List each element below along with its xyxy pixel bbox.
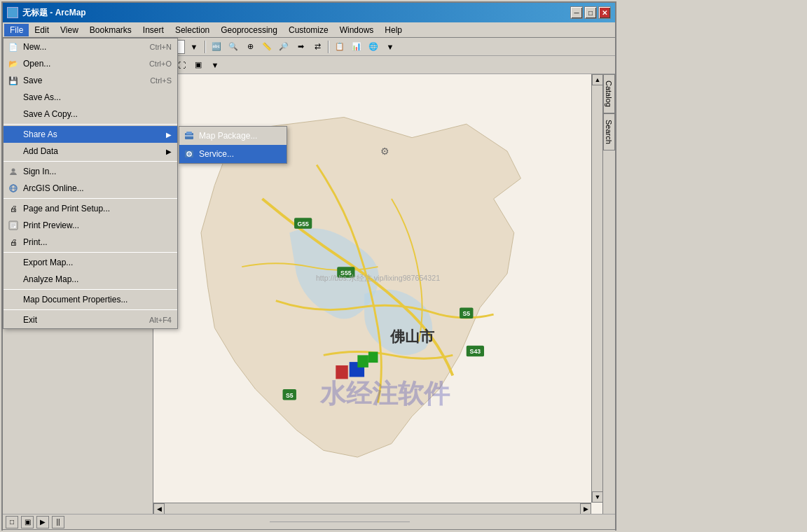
menu-item-save-as[interactable]: Save As...: [4, 89, 177, 106]
bottom-btn-play[interactable]: ▶: [36, 516, 49, 528]
menu-help[interactable]: Help: [379, 24, 408, 36]
menu-item-save-copy[interactable]: Save A Copy...: [4, 106, 177, 122]
toolbar-measure-btn[interactable]: 📏: [259, 39, 275, 55]
new-doc-icon: 📄: [8, 41, 19, 52]
minimize-button[interactable]: ─: [570, 6, 583, 19]
menu-bookmarks[interactable]: Bookmarks: [84, 24, 137, 36]
svg-text:S5: S5: [286, 392, 294, 399]
map-scrollbar-h[interactable]: ◀ ▶: [153, 503, 591, 514]
arcmap-window: 无标题 - ArcMap ─ □ ✕ File Edit View Bookma…: [1, 1, 616, 531]
menu-item-save[interactable]: 💾 Save Ctrl+S: [4, 72, 177, 89]
menu-item-open-label: Open...: [23, 59, 50, 69]
file-menu-dropdown: 📄 New... Ctrl+N 📂 Open... Ctrl+O 💾 Save …: [3, 38, 178, 329]
map-package-icon: [184, 130, 195, 141]
menu-item-share-as-label: Share As: [23, 130, 57, 139]
toolbar2-more-btn[interactable]: ▼: [207, 57, 223, 73]
svg-text:佛山市: 佛山市: [389, 328, 435, 345]
toolbar-identify-btn[interactable]: 🔤: [209, 39, 224, 55]
menu-item-export-map[interactable]: Export Map...: [4, 254, 177, 271]
menu-item-exit[interactable]: Exit Alt+F4: [4, 312, 177, 328]
separator-4: [4, 252, 177, 253]
print-icon: 🖨: [8, 237, 19, 248]
menu-selection[interactable]: Selection: [170, 24, 215, 36]
new-shortcut: Ctrl+N: [150, 43, 172, 51]
menu-file[interactable]: File: [4, 24, 29, 36]
coord-dropdown-btn[interactable]: ▼: [186, 39, 202, 55]
toolbar-more-btn[interactable]: ▼: [382, 39, 398, 55]
menu-item-open[interactable]: 📂 Open... Ctrl+O: [4, 55, 177, 72]
share-as-submenu: Map Package... Service...: [179, 126, 287, 164]
svg-text:⚙: ⚙: [380, 146, 389, 157]
scroll-down-btn[interactable]: ▼: [592, 491, 602, 503]
menu-edit[interactable]: Edit: [29, 24, 55, 36]
status-bar: 12525799.976 2694162.429 Meters: [3, 529, 615, 532]
share-as-arrow: ▶: [166, 131, 172, 139]
exit-shortcut: Alt+F4: [149, 316, 172, 324]
submenu-service[interactable]: Service...: [179, 145, 287, 163]
toolbar-search-btn[interactable]: 🔎: [276, 39, 291, 55]
bottom-btn-check[interactable]: ▣: [21, 516, 34, 528]
menu-item-analyze-map[interactable]: Analyze Map...: [4, 271, 177, 288]
menu-item-add-data-label: Add Data: [23, 146, 58, 156]
save-icon: 💾: [8, 75, 19, 86]
svg-rect-14: [368, 352, 378, 363]
menu-geoprocessing[interactable]: Geoprocessing: [215, 24, 283, 36]
title-bar-left: 无标题 - ArcMap: [7, 7, 86, 19]
arcgis-online-icon: [8, 183, 19, 194]
toolbar-sep-4: [328, 41, 329, 53]
toolbar2-select-elem-btn[interactable]: ▣: [191, 57, 206, 73]
menu-item-new-label: New...: [23, 42, 46, 52]
toolbar-switch-btn[interactable]: ⇄: [310, 39, 325, 55]
toolbar-sep-3: [205, 41, 206, 53]
svg-text:水经注软件: 水经注软件: [319, 379, 450, 408]
scroll-left-btn[interactable]: ◀: [153, 503, 165, 514]
menu-item-print-preview[interactable]: Print Preview...: [4, 217, 177, 234]
svg-text:S5: S5: [462, 310, 470, 317]
catalog-tab[interactable]: Catalog: [603, 74, 615, 113]
toolbar-goto-btn[interactable]: ➡: [293, 39, 308, 55]
bottom-btn-pause[interactable]: ||: [52, 516, 64, 528]
map-scrollbar-v[interactable]: ▲ ▼: [591, 74, 602, 503]
toolbar-zoom-btn[interactable]: 🔍: [226, 39, 241, 55]
menu-item-add-data[interactable]: Add Data ▶: [4, 143, 177, 160]
menu-item-print[interactable]: 🖨 Print...: [4, 234, 177, 251]
bottom-toolbar: □ ▣ ▶ ||: [3, 514, 615, 529]
menu-item-exit-label: Exit: [23, 315, 37, 325]
menu-item-map-doc-props[interactable]: Map Document Properties...: [4, 291, 177, 308]
menu-item-page-print[interactable]: 🖨 Page and Print Setup...: [4, 200, 177, 217]
close-button[interactable]: ✕: [598, 6, 611, 19]
toolbar-globe-btn[interactable]: 🌐: [366, 39, 381, 55]
toolbar-toc-btn[interactable]: 📊: [349, 39, 364, 55]
separator-5: [4, 289, 177, 290]
menu-item-print-preview-label: Print Preview...: [23, 220, 79, 230]
svg-text:S43: S43: [470, 348, 481, 355]
scroll-right-btn[interactable]: ▶: [580, 503, 591, 514]
bottom-btn-box[interactable]: □: [6, 516, 18, 528]
menu-item-new[interactable]: 📄 New... Ctrl+N: [4, 38, 177, 55]
toolbar-layer-btn[interactable]: 📋: [332, 39, 347, 55]
menu-item-sign-in-label: Sign In...: [23, 167, 56, 176]
menu-item-arcgis-online[interactable]: ArcGIS Online...: [4, 180, 177, 197]
search-tab[interactable]: Search: [603, 113, 615, 150]
sign-in-icon: [8, 166, 19, 177]
scroll-up-btn[interactable]: ▲: [592, 74, 602, 85]
menu-item-sign-in[interactable]: Sign In...: [4, 163, 177, 180]
svg-point-24: [188, 153, 190, 155]
page-print-icon: 🖨: [8, 203, 19, 214]
print-preview-icon: [8, 220, 19, 231]
menu-item-print-label: Print...: [23, 237, 48, 247]
menu-windows[interactable]: Windows: [334, 24, 380, 36]
menu-item-analyze-map-label: Analyze Map...: [23, 274, 78, 284]
menu-item-map-doc-props-label: Map Document Properties...: [23, 295, 127, 304]
window-title: 无标题 - ArcMap: [22, 7, 86, 19]
menu-item-share-as[interactable]: Share As ▶ Map Package...: [4, 126, 177, 143]
svg-text:G55: G55: [297, 220, 309, 227]
menu-view[interactable]: View: [55, 24, 84, 36]
separator-6: [4, 309, 177, 310]
save-shortcut: Ctrl+S: [150, 76, 172, 85]
submenu-map-package[interactable]: Map Package...: [179, 127, 287, 145]
toolbar-select-btn[interactable]: ⊕: [242, 39, 258, 55]
menu-customize[interactable]: Customize: [283, 24, 334, 36]
maximize-button[interactable]: □: [584, 6, 597, 19]
menu-insert[interactable]: Insert: [137, 24, 170, 36]
